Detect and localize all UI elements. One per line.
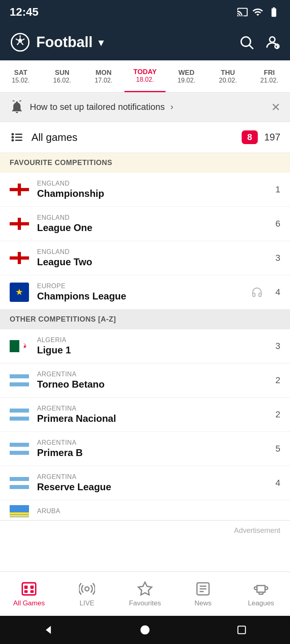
date-today[interactable]: TODAY 18.02. (124, 60, 166, 92)
svg-line-6 (16, 39, 18, 40)
news-nav-icon (195, 581, 211, 597)
svg-rect-18 (15, 140, 23, 141)
other-section-header: OTHER COMPETITIONS [A-Z] (0, 310, 290, 329)
svg-point-60 (141, 625, 150, 635)
live-badge: 8 (242, 130, 258, 144)
svg-text:★: ★ (15, 287, 23, 297)
argentina-flag-reserve (10, 473, 29, 493)
europe-stars-icon: ★ (12, 285, 27, 300)
wifi-icon (252, 6, 263, 18)
competition-league-one[interactable]: ENGLAND League One 6 (0, 207, 290, 241)
svg-line-3 (22, 39, 24, 40)
system-home-button[interactable] (135, 620, 155, 640)
england-flag-league-two (10, 248, 29, 268)
competition-argentina-primera-nacional[interactable]: ARGENTINA Primera Nacional 2 (0, 398, 290, 432)
svg-line-4 (21, 43, 23, 45)
bell-icon (10, 100, 24, 114)
aruba-flag (10, 502, 29, 521)
competition-league-two[interactable]: ENGLAND League Two 3 (0, 241, 290, 275)
argentina-primera-nacional-info: ARGENTINA Primera Nacional (37, 405, 269, 424)
system-recents-button[interactable] (232, 620, 252, 640)
notification-arrow-icon: › (170, 102, 173, 112)
argentina-torneo-count: 2 (269, 375, 280, 386)
notification-banner[interactable]: How to set up tailored notifications › ✕ (0, 93, 290, 122)
competition-algeria-ligue1[interactable]: ☽ ★ ALGERIA Ligue 1 3 (0, 329, 290, 363)
svg-rect-49 (22, 583, 35, 595)
nav-news-label: News (195, 599, 212, 607)
aruba-flag-svg (10, 505, 29, 517)
svg-rect-38 (10, 413, 29, 417)
search-icon[interactable] (238, 34, 255, 50)
argentina-flag-svg (10, 374, 29, 386)
system-nav-bar (0, 616, 290, 644)
nav-live[interactable]: LIVE (58, 581, 116, 607)
competition-aruba[interactable]: ARUBA (0, 500, 290, 520)
nav-favourites-label: Favourites (129, 599, 161, 607)
all-games-label: All games (31, 131, 77, 144)
dropdown-icon[interactable]: ▾ (98, 36, 104, 49)
svg-rect-53 (30, 590, 33, 593)
header-title: Football (36, 34, 93, 51)
system-back-button[interactable] (38, 620, 58, 640)
competition-champions-league[interactable]: ★ EUROPE Champions League 4 (0, 275, 290, 310)
battery-icon (267, 6, 280, 18)
argentina-reserve-info: ARGENTINA Reserve League (37, 473, 269, 493)
cast-icon (237, 6, 248, 18)
date-wed[interactable]: WED 19.02. (166, 60, 207, 92)
nav-all-games[interactable]: All Games (0, 581, 58, 607)
notification-close-button[interactable]: ✕ (271, 101, 280, 114)
svg-rect-61 (238, 626, 246, 634)
argentina-primera-b-info: ARGENTINA Primera B (37, 439, 269, 458)
date-sun[interactable]: SUN 16.02. (41, 60, 83, 92)
argentina-flag-primera-b (10, 439, 29, 458)
svg-rect-16 (15, 134, 23, 135)
competition-argentina-torneo[interactable]: ARGENTINA Torneo Betano 2 (0, 363, 290, 398)
date-fri[interactable]: FRI 21.02. (249, 60, 290, 92)
svg-marker-54 (138, 582, 151, 595)
argentina-flag-svg2 (10, 409, 29, 421)
svg-point-9 (269, 37, 275, 42)
date-mon[interactable]: MON 17.02. (83, 60, 124, 92)
date-thu[interactable]: THU 20.02. (207, 60, 249, 92)
list-icon (10, 130, 24, 144)
headphones-icon (251, 287, 263, 298)
champions-league-count: 4 (269, 287, 280, 297)
algeria-flag: ☽ ★ (10, 336, 29, 356)
svg-rect-47 (10, 512, 29, 514)
svg-rect-41 (10, 447, 29, 451)
user-settings-icon[interactable] (264, 34, 280, 50)
nav-news[interactable]: News (174, 581, 232, 607)
competition-argentina-reserve[interactable]: ARGENTINA Reserve League 4 (0, 466, 290, 500)
league-two-info: ENGLAND League Two (37, 248, 269, 268)
argentina-flag-svg3 (10, 443, 29, 455)
england-flag-svg2 (10, 218, 29, 230)
svg-point-13 (12, 133, 14, 136)
status-icons (237, 6, 280, 18)
svg-point-14 (12, 136, 14, 138)
date-nav: SAT 15.02. SUN 16.02. MON 17.02. TODAY 1… (0, 60, 290, 93)
europe-flag-champions: ★ (10, 283, 29, 302)
competition-championship[interactable]: ENGLAND Championship 1 (0, 173, 290, 207)
live-nav-icon (79, 581, 95, 597)
back-triangle-icon (42, 624, 54, 636)
favourites-nav-icon (137, 581, 153, 597)
date-sat[interactable]: SAT 15.02. (0, 60, 41, 92)
england-flag-championship (10, 180, 29, 199)
svg-marker-1 (18, 38, 23, 43)
nav-leagues-label: Leagues (248, 599, 274, 607)
bottom-nav: All Games LIVE Favourites News (0, 572, 290, 616)
header-left: Football ▾ (10, 32, 104, 53)
nav-leagues[interactable]: Leagues (232, 581, 290, 607)
nav-favourites[interactable]: Favourites (116, 581, 174, 607)
argentina-flag-primera-nac (10, 405, 29, 424)
favourites-section-header: FAVOURITE COMPETITIONS (0, 153, 290, 173)
england-flag-league-one (10, 214, 29, 233)
competition-argentina-primera-b[interactable]: ARGENTINA Primera B 5 (0, 432, 290, 466)
all-games-left: All games (10, 130, 77, 144)
england-flag-svg3 (10, 252, 29, 264)
all-games-row[interactable]: All games 8 197 (0, 122, 290, 153)
ad-banner: Advertisement (0, 520, 290, 545)
status-time: 12:45 (10, 6, 39, 19)
svg-line-5 (17, 43, 19, 45)
argentina-reserve-count: 4 (269, 478, 280, 488)
